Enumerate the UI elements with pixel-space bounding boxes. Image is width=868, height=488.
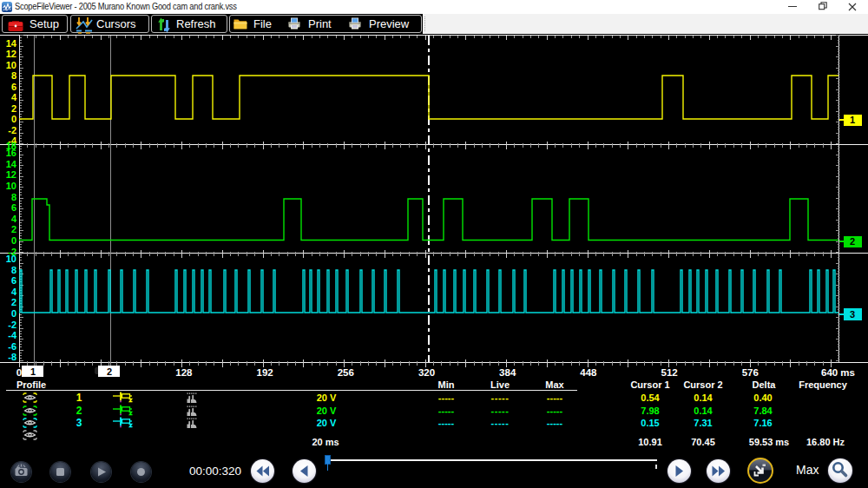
svg-text:320: 320: [418, 367, 435, 378]
svg-text:0: 0: [11, 235, 16, 246]
svg-text:3: 3: [850, 309, 855, 320]
svg-text:6: 6: [11, 275, 16, 286]
svg-text:384: 384: [499, 367, 516, 378]
svg-text:512: 512: [661, 367, 678, 378]
svg-text:4: 4: [11, 287, 17, 297]
svg-text:10: 10: [6, 254, 16, 264]
svg-text:8: 8: [11, 70, 16, 81]
svg-text:2: 2: [11, 297, 16, 307]
svg-text:10: 10: [6, 181, 16, 191]
svg-text:-6: -6: [8, 341, 16, 352]
svg-text:6: 6: [11, 82, 16, 92]
svg-text:448: 448: [580, 367, 597, 378]
svg-text:-4: -4: [8, 330, 17, 340]
svg-text:2: 2: [11, 224, 16, 234]
svg-text:8: 8: [11, 192, 16, 202]
svg-text:14: 14: [6, 159, 17, 169]
svg-text:4: 4: [11, 92, 17, 102]
svg-text:4: 4: [11, 214, 17, 224]
svg-text:0: 0: [16, 367, 22, 378]
svg-text:2: 2: [107, 366, 112, 377]
svg-text:-2: -2: [8, 125, 16, 135]
svg-text:256: 256: [338, 367, 354, 378]
svg-text:12: 12: [6, 49, 16, 59]
svg-text:0: 0: [11, 114, 16, 124]
svg-text:128: 128: [175, 367, 193, 378]
svg-text:2: 2: [850, 236, 855, 247]
svg-text:192: 192: [257, 367, 273, 378]
svg-text:-8: -8: [8, 352, 16, 362]
svg-text:576: 576: [742, 367, 759, 378]
svg-text:16: 16: [6, 148, 16, 158]
svg-text:8: 8: [11, 265, 16, 275]
svg-text:640 ms: 640 ms: [821, 367, 855, 378]
svg-text:10: 10: [6, 60, 16, 70]
svg-text:6: 6: [11, 202, 16, 213]
svg-text:0: 0: [11, 308, 16, 319]
svg-text:1: 1: [850, 115, 855, 125]
svg-text:12: 12: [6, 169, 16, 180]
svg-text:14: 14: [6, 38, 17, 49]
svg-text:2: 2: [11, 103, 16, 114]
svg-text:1: 1: [30, 366, 36, 377]
svg-text:-2: -2: [8, 320, 16, 330]
